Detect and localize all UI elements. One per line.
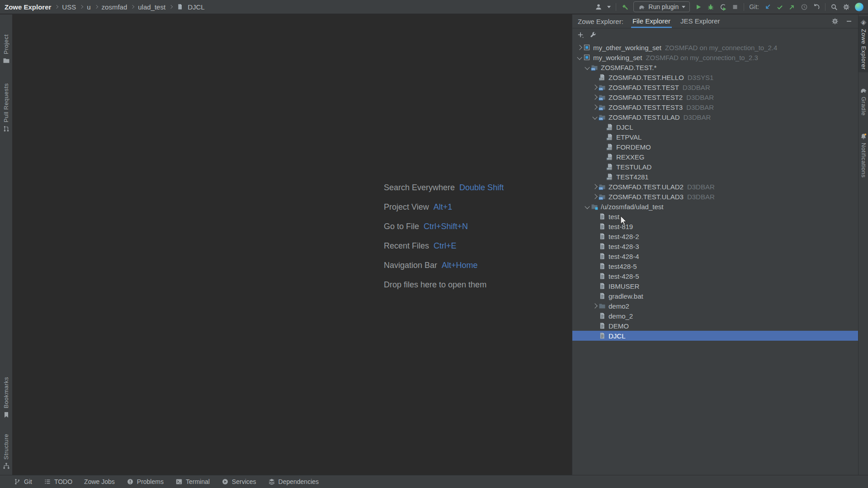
shortcut-key-label[interactable]: Alt+1 (434, 202, 453, 212)
dataset-icon: DS (599, 113, 606, 121)
breadcrumb-item-zosmfad[interactable]: zosmfad (102, 3, 127, 11)
tree-item-test-819[interactable]: test-819 (572, 221, 858, 231)
chevron-right-icon[interactable] (577, 45, 582, 50)
minimize-icon[interactable] (845, 18, 853, 25)
tree-item-test4281[interactable]: MEMTEST4281 (572, 172, 858, 182)
settings-icon[interactable] (843, 3, 850, 10)
tree-item-zosmfad-test-test3[interactable]: DSZOSMFAD.TEST.TEST3D3DBAR (572, 102, 858, 112)
git-update-icon[interactable] (764, 3, 771, 10)
tree-item-etpval[interactable]: MEMETPVAL (572, 132, 858, 142)
chevron-right-icon[interactable] (592, 194, 597, 199)
tree-item-my-working-set[interactable]: my_working_setZOSMFAD on my_connection_t… (572, 52, 858, 62)
shortcut-key-label[interactable]: Ctrl+Shift+N (424, 222, 468, 231)
rollback-icon[interactable] (813, 3, 820, 10)
stripe-item-zowe-explorer[interactable]: ZZowe Explorer (859, 16, 868, 72)
breadcrumb-item-u[interactable]: u (87, 3, 90, 11)
tree-item-demo-2[interactable]: demo_2 (572, 311, 858, 321)
tree-item-fordemo[interactable]: MEMFORDEMO (572, 142, 858, 152)
tree-item-testulad[interactable]: MEMTESTULAD (572, 162, 858, 172)
build-hammer-icon[interactable] (621, 3, 628, 10)
svg-text:MEM: MEM (607, 128, 612, 130)
statusbar-item-git[interactable]: Git (14, 478, 32, 485)
tree-item-ibmuser[interactable]: IBMUSER (572, 281, 858, 291)
tree-item-zosmfad-test-test2[interactable]: DSZOSMFAD.TEST.TEST2D3DBAR (572, 92, 858, 102)
run-configuration-select[interactable]: Run plugin (633, 1, 690, 12)
breadcrumb-item-ulad-test[interactable]: ulad_test (138, 3, 165, 11)
stripe-item-bookmarks[interactable]: Bookmarks (0, 374, 12, 421)
tree-item-gradlew-bat[interactable]: gradlew.bat (572, 291, 858, 301)
wrench-icon[interactable] (590, 31, 597, 38)
tree-item-zosmfad-test-test[interactable]: DSZOSMFAD.TEST.TESTD3DBAR (572, 82, 858, 92)
shortcut-key-label[interactable]: Alt+Home (442, 261, 478, 270)
chevron-right-icon[interactable] (592, 94, 597, 99)
chevron-right-icon[interactable] (592, 84, 597, 89)
tree-item-test-428-4[interactable]: test-428-4 (572, 251, 858, 261)
tree-item-test-428-2[interactable]: test-428-2 (572, 231, 858, 241)
add-icon[interactable] (577, 31, 584, 38)
breadcrumb-separator-icon (94, 5, 98, 9)
chevron-right-icon[interactable] (592, 303, 597, 308)
dataset-icon: DS (599, 193, 606, 200)
tree-item-test428-5[interactable]: test428-5 (572, 261, 858, 271)
stripe-item-pull-requests[interactable]: Pull Requests (0, 80, 12, 135)
uss-file-icon (599, 292, 606, 300)
git-push-icon[interactable] (788, 3, 796, 10)
user-avatar[interactable] (855, 3, 863, 11)
tree-item--u-zosmfad-ulad-test[interactable]: /u/zosmfad/ulad_test (572, 202, 858, 211)
stripe-item-project[interactable]: Project (0, 32, 12, 67)
stripe-item-structure[interactable]: Structure (0, 431, 12, 472)
debug-icon[interactable] (707, 3, 714, 10)
statusbar-item-problems[interactable]: Problems (127, 478, 164, 485)
search-icon[interactable] (830, 3, 838, 10)
tree-item-test-428-3[interactable]: test-428-3 (572, 241, 858, 251)
tool-window-toolbar (572, 28, 858, 41)
breadcrumb-root[interactable]: Zowe Explorer (5, 3, 51, 11)
main-menu-bar: Zowe Explorer USSuzosmfadulad_testDJCL R… (0, 0, 868, 14)
tree-item-zosmfad-test-hello[interactable]: DSZOSMFAD.TEST.HELLOD3SYS1 (572, 72, 858, 82)
chevron-right-icon[interactable] (592, 184, 597, 189)
shortcut-key-label[interactable]: Double Shift (459, 183, 504, 192)
chevron-down-icon[interactable] (585, 65, 590, 70)
run-icon[interactable] (695, 3, 702, 10)
tree-item-djcl[interactable]: DJCL (572, 331, 858, 341)
tree-item-zosmfad-test-[interactable]: DSZOSMFAD.TEST.* (572, 62, 858, 72)
chevron-right-icon[interactable] (592, 104, 597, 109)
tree-item-rexxeg[interactable]: MEMREXXEG (572, 152, 858, 162)
git-commit-icon[interactable] (776, 3, 783, 10)
tree-item-test-428-5[interactable]: test-428-5 (572, 271, 858, 281)
settings-icon[interactable] (831, 18, 839, 25)
tree-item-my-other-working-set[interactable]: my_other_working_setZOSMFAD on my_connec… (572, 42, 858, 52)
tree-item-demo2[interactable]: demo2 (572, 301, 858, 311)
statusbar-item-terminal[interactable]: Terminal (175, 478, 210, 485)
shortcut-key-label[interactable]: Ctrl+E (434, 241, 457, 251)
statusbar-item-dependencies[interactable]: Dependencies (268, 478, 319, 485)
breadcrumb-item-uss[interactable]: USS (62, 3, 76, 11)
breadcrumb-current-file[interactable]: DJCL (188, 3, 205, 11)
tree-item-djcl[interactable]: MEMDJCL (572, 122, 858, 132)
uss-file-icon (599, 332, 606, 339)
dataset-icon: DS (591, 64, 598, 71)
tree-item-zosmfad-test-ulad2[interactable]: DSZOSMFAD.TEST.ULAD2D3DBAR (572, 182, 858, 192)
svg-text:DS: DS (599, 108, 603, 110)
shortcut-hint-row: Navigation BarAlt+Home (384, 261, 504, 280)
git-label: Git: (749, 3, 759, 10)
user-icon[interactable] (595, 3, 602, 10)
statusbar-item-services[interactable]: Services (222, 478, 256, 485)
stripe-item-gradle[interactable]: Gradle (859, 84, 868, 118)
statusbar-item-zowe-jobs[interactable]: Zowe Jobs (84, 478, 115, 485)
dataset-icon: DS (599, 103, 606, 111)
chevron-down-icon[interactable] (577, 55, 582, 60)
stripe-item-notifications[interactable]: Notifications (859, 130, 868, 180)
tree-item-zosmfad-test-ulad[interactable]: DSZOSMFAD.TEST.ULADD3DBAR (572, 112, 858, 122)
tree-item-zosmfad-test-ulad3[interactable]: DSZOSMFAD.TEST.ULAD3D3DBAR (572, 192, 858, 202)
statusbar-item-todo[interactable]: TODO (44, 478, 72, 485)
chevron-down-icon[interactable] (607, 6, 611, 8)
tree-item-demo[interactable]: DEMO (572, 321, 858, 331)
chevron-down-icon[interactable] (585, 204, 590, 209)
tab-file-explorer[interactable]: File Explorer (632, 14, 670, 28)
chevron-down-icon[interactable] (592, 114, 597, 119)
tree-item-test[interactable]: test (572, 211, 858, 221)
breadcrumb-separator-icon (80, 5, 83, 9)
run-with-coverage-icon[interactable] (719, 3, 726, 10)
tab-jes-explorer[interactable]: JES Explorer (680, 14, 720, 28)
